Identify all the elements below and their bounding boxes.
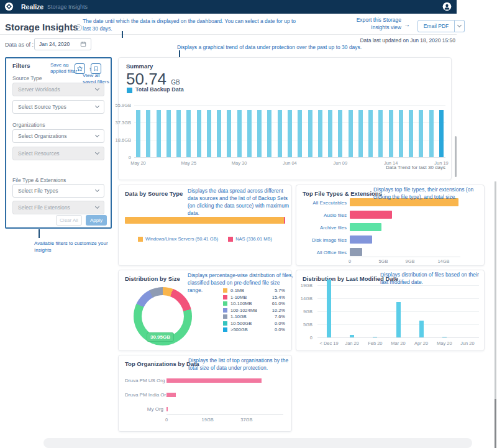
email-pdf-button[interactable]: Email PDF: [417, 20, 455, 32]
size-distribution-title: Distribution by Size: [125, 275, 180, 282]
annotation-available-filters: Available filters to customize your Insi…: [34, 240, 112, 254]
file-type-extensions-label: File Type & Extensions: [12, 177, 66, 183]
druva-logo-icon[interactable]: [4, 2, 14, 14]
lastmod-bar: [442, 337, 447, 337]
nav-breadcrumb[interactable]: Storage Insights: [47, 4, 88, 10]
clear-all-button[interactable]: Clear All: [56, 215, 82, 226]
axis-tick: May 30: [232, 160, 247, 166]
legend-swatch: [127, 88, 132, 93]
annotation-last-modified: Displays distribution of files based on …: [380, 272, 487, 286]
page-title: Storage Insights: [5, 22, 78, 32]
select-value: Server Workloads: [18, 86, 60, 93]
data-as-of-label: Data as of :: [5, 42, 34, 48]
legend-label: NAS (336.01 MB): [235, 236, 272, 242]
filters-title: Filters: [12, 62, 30, 69]
export-dropdown-button[interactable]: [455, 20, 465, 32]
annotation-size-distribution: Displays percentage-wise distribution of…: [188, 272, 293, 295]
resources-select[interactable]: Select Resources: [12, 147, 104, 160]
source-bar-segment[interactable]: [284, 217, 286, 224]
legend-swatch: [223, 308, 227, 313]
callout-line: [122, 31, 123, 38]
legend-value: 61.0%: [272, 301, 285, 306]
axis-tick: 0: [310, 335, 312, 341]
summary-legend-label: Total Backup Data: [135, 86, 184, 93]
gridline: [317, 337, 479, 338]
x-axis-line: [166, 414, 283, 415]
x-axis-line: [350, 257, 460, 257]
legend-label: Windows/Linux Servers (50.41 GB): [145, 236, 218, 242]
brand-name: Realize: [21, 3, 43, 11]
legend-value: 0.0%: [275, 327, 285, 332]
chevron-down-icon: [95, 150, 99, 155]
file-type-label[interactable]: All Office files: [303, 250, 347, 255]
axis-tick: Jun 04: [283, 160, 297, 166]
axis-tick: Jun 20: [460, 341, 475, 346]
size-legend-row: 10-100MB61.0%: [223, 301, 285, 307]
source-types-select[interactable]: Select Source Types: [12, 100, 104, 114]
gridline: [317, 298, 479, 299]
organizations-label: Organizations: [12, 122, 45, 128]
axis-tick: 14GB: [437, 258, 449, 264]
org-label: Druva PM India Or...: [125, 392, 163, 398]
lastmod-bar: [350, 335, 354, 337]
source-bar-segment[interactable]: [125, 217, 284, 224]
annotation-trend: Displays a graphical trend of data under…: [177, 44, 362, 52]
org-label: My Org: [125, 406, 163, 412]
lastmod-bar: [327, 280, 331, 337]
date-input[interactable]: Jan 24, 2020: [34, 38, 91, 50]
chevron-down-icon: [95, 133, 99, 137]
legend-label: >500GB: [230, 327, 248, 332]
arrow-right-icon: →: [404, 22, 410, 28]
user-avatar-icon[interactable]: [442, 2, 452, 14]
inner-scrollbar-thumb[interactable]: [455, 136, 457, 177]
summary-caption: Data Trend for last 30 days: [321, 165, 445, 170]
legend-value: 7.6%: [275, 314, 285, 319]
legend-swatch: [223, 327, 227, 332]
legend-value: 0.0%: [275, 321, 285, 326]
axis-tick: 5GB: [378, 258, 388, 264]
lastmod-bar: [396, 302, 401, 337]
axis-tick: 0: [129, 155, 131, 160]
apply-button[interactable]: Apply: [86, 215, 107, 226]
donut-tooltip: 30.95GB: [147, 332, 174, 342]
org-label: Druva PM US Org: [125, 378, 163, 383]
legend-item[interactable]: Windows/Linux Servers (50.41 GB): [138, 236, 218, 242]
axis-tick: 18.6GB: [116, 137, 131, 143]
file-type-label[interactable]: Disk image files: [303, 237, 347, 243]
chevron-down-icon: [457, 23, 462, 27]
chevron-down-icon: [95, 204, 99, 209]
calendar-icon[interactable]: [80, 39, 86, 50]
legend-swatch: [223, 301, 227, 306]
size-legend-row: 100-1024MB10.2%: [223, 308, 285, 314]
legend-swatch: [223, 314, 227, 319]
legend-value: 15.4%: [272, 295, 285, 300]
select-value: Select Organizations: [18, 133, 66, 139]
axis-tick: 9GB: [406, 258, 415, 264]
file-type-label[interactable]: Archive files: [303, 225, 347, 231]
file-type-label[interactable]: Audio files: [303, 213, 347, 218]
file-type-label[interactable]: All Executables: [303, 200, 347, 206]
page-scrollbar-thumb[interactable]: [495, 399, 496, 448]
file-extensions-select[interactable]: Select File Extensions: [12, 201, 104, 214]
axis-tick: 5GB: [303, 322, 312, 327]
axis-tick: May 20: [130, 160, 146, 166]
annotation-export: Export this Storage Insights view: [345, 17, 401, 32]
file-types-select[interactable]: Select File Types: [12, 184, 104, 198]
summary-ylabels: 55.9GB37.3GB18.6GB0: [119, 105, 132, 157]
legend-item[interactable]: NAS (336.01 MB): [228, 236, 272, 242]
legend-label: 100-1024MB: [230, 308, 257, 313]
summary-title: Summary: [126, 63, 153, 70]
annotation-organizations: Displays the list of top organisations b…: [188, 357, 294, 372]
help-icon[interactable]: ?: [75, 24, 82, 31]
select-value: Select Resources: [18, 150, 60, 157]
legend-swatch: [223, 295, 227, 299]
legend-label: 10-500GB: [230, 321, 252, 326]
axis-tick: Mar 20: [391, 341, 405, 346]
file-type-bar: [350, 223, 381, 231]
source-type-title: Data by Source Type: [125, 190, 183, 197]
annotation-view-saved-filters: View all saved filters: [83, 73, 112, 86]
organizations-select[interactable]: Select Organizations: [12, 129, 104, 143]
org-bar: [166, 378, 262, 383]
source-type-label: Source Type: [12, 75, 42, 81]
org-bar: [166, 393, 176, 397]
